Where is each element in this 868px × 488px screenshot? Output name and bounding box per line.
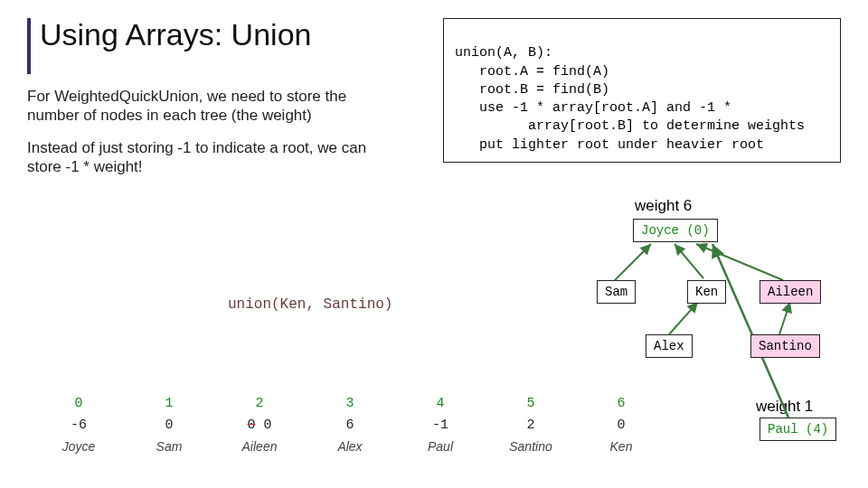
tree-node-santino: Santino — [750, 334, 820, 358]
array-name: Alex — [307, 439, 392, 454]
code-line: root.B = find(B) — [455, 81, 829, 99]
svg-line-1 — [675, 244, 703, 278]
array-value: 2 — [488, 418, 573, 433]
array-value: 6 — [307, 418, 392, 433]
page-title: Using Arrays: Union — [40, 18, 311, 52]
array-value: -1 — [398, 418, 483, 433]
array-index: 0 — [36, 396, 121, 411]
array-index: 4 — [398, 396, 483, 411]
array-name: Paul — [398, 439, 483, 454]
svg-line-3 — [669, 302, 698, 334]
array-value: 0 — [127, 418, 212, 433]
array-index: 2 — [217, 396, 302, 411]
weight-label-1: weight 1 — [756, 398, 813, 416]
array-value: -6 — [36, 418, 121, 433]
array-value: 0 — [579, 418, 664, 433]
array-index: 6 — [579, 396, 664, 411]
code-line: union(A, B): — [455, 44, 829, 62]
array-name: Aileen — [217, 439, 302, 454]
code-line: use -1 * array[root.A] and -1 * — [455, 99, 829, 117]
array-name: Sam — [127, 439, 212, 454]
tree-node-paul: Paul (4) — [760, 418, 836, 441]
tree-node-sam: Sam — [597, 280, 636, 304]
title-accent-bar — [27, 18, 31, 74]
svg-line-5 — [712, 244, 788, 418]
tree-node-ken: Ken — [687, 280, 726, 304]
array-name: Ken — [579, 439, 664, 454]
tree-node-joyce: Joyce (0) — [633, 219, 718, 242]
paragraph-1: For WeightedQuickUnion, we need to store… — [27, 87, 398, 126]
code-line: root.A = find(A) — [455, 63, 829, 81]
code-line: put lighter root under heavier root — [455, 136, 829, 155]
tree-node-aileen: Aileen — [760, 280, 821, 304]
svg-line-2 — [696, 244, 783, 280]
array-index: 5 — [488, 396, 573, 411]
array-value: 0 0 — [217, 418, 302, 433]
array-value-new: 0 — [264, 418, 272, 433]
array-name: Santino — [488, 439, 573, 454]
array-index: 3 — [307, 396, 392, 411]
svg-line-4 — [779, 302, 790, 334]
tree-node-alex: Alex — [646, 334, 693, 358]
array-index: 1 — [127, 396, 212, 411]
pseudocode-box: union(A, B): root.A = find(A) root.B = f… — [443, 18, 841, 163]
svg-line-0 — [615, 244, 651, 280]
array-name: Joyce — [36, 439, 121, 454]
paragraph-2: Instead of just storing -1 to indicate a… — [27, 138, 398, 177]
code-line: array[root.B] to determine weights — [455, 117, 829, 136]
array-value-old: 0 — [247, 418, 255, 433]
weight-label-6: weight 6 — [635, 197, 692, 215]
union-call-label: union(Ken, Santino) — [228, 296, 392, 313]
